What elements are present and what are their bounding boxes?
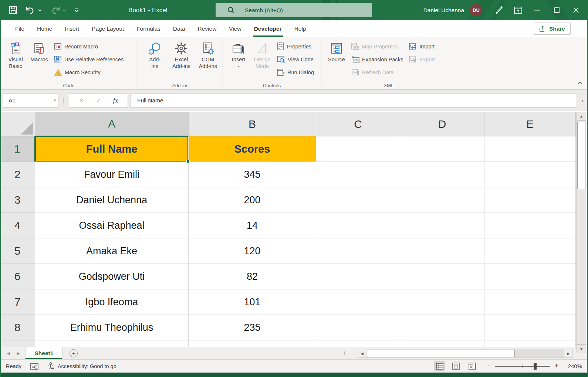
- row-header-1[interactable]: 1: [0, 136, 35, 162]
- tab-view[interactable]: View: [223, 20, 247, 37]
- cell-c2[interactable]: [316, 162, 400, 187]
- cell-d8[interactable]: [400, 315, 484, 340]
- row-header-7[interactable]: 7: [0, 289, 35, 315]
- cell-e2[interactable]: [484, 162, 576, 187]
- vertical-scrollbar[interactable]: ▲ ▼: [576, 112, 586, 353]
- fill-handle[interactable]: [186, 160, 190, 163]
- cell-b2[interactable]: 345: [189, 162, 316, 187]
- cell-b4[interactable]: 14: [189, 213, 316, 238]
- import-button[interactable]: Import: [408, 40, 435, 53]
- sheet-tab-sheet1[interactable]: Sheet1: [25, 347, 62, 359]
- zoom-slider[interactable]: [495, 363, 550, 370]
- cell-d3[interactable]: [400, 187, 484, 213]
- tab-data[interactable]: Data: [167, 20, 192, 37]
- tab-insert[interactable]: Insert: [58, 20, 85, 37]
- horizontal-scrollbar-track[interactable]: [366, 349, 564, 357]
- cell-partial[interactable]: [35, 340, 189, 347]
- cell-partial[interactable]: [316, 340, 400, 347]
- cell-partial[interactable]: [484, 340, 576, 347]
- search-input[interactable]: Search (Alt+Q): [216, 3, 372, 17]
- insert-control-button[interactable]: Insert ⌄: [227, 39, 250, 67]
- macros-button[interactable]: Macros: [27, 39, 51, 63]
- cell-b7[interactable]: 101: [189, 289, 316, 315]
- visual-basic-button[interactable]: Visual Basic: [4, 39, 27, 69]
- previous-sheet-button[interactable]: ◀: [7, 351, 10, 356]
- excel-add-ins-button[interactable]: Excel Add-ins: [169, 39, 193, 69]
- scroll-up-button[interactable]: ▲: [577, 112, 586, 120]
- cell-a4[interactable]: Ossai Rapheal: [35, 213, 189, 238]
- coming-soon-button[interactable]: [490, 0, 507, 20]
- cell-c5[interactable]: [316, 238, 400, 264]
- row-header-2[interactable]: 2: [0, 162, 35, 187]
- insert-function-button[interactable]: fx: [113, 96, 118, 105]
- minimize-button[interactable]: [529, 0, 546, 20]
- view-code-button[interactable]: View Code: [277, 53, 314, 66]
- save-button[interactable]: [7, 4, 20, 17]
- properties-button[interactable]: Properties: [277, 40, 314, 53]
- row-header-6[interactable]: 6: [0, 264, 35, 289]
- expand-formula-bar-button[interactable]: ▾: [577, 94, 588, 108]
- tab-developer[interactable]: Developer: [248, 20, 288, 37]
- formula-bar-resize-handle[interactable]: ⋮: [58, 97, 69, 104]
- normal-view-button[interactable]: [434, 361, 445, 371]
- avatar[interactable]: DU: [470, 4, 482, 16]
- cell-a7[interactable]: Igbo Ifeoma: [35, 289, 189, 315]
- close-button[interactable]: [567, 0, 584, 20]
- com-add-ins-button[interactable]: COM Add-ins: [196, 39, 220, 69]
- cell-d6[interactable]: [400, 264, 484, 289]
- scroll-right-button[interactable]: ▶: [564, 349, 572, 357]
- next-sheet-button[interactable]: ▶: [17, 351, 20, 356]
- macro-security-button[interactable]: Macro Security: [54, 66, 124, 79]
- tab-review[interactable]: Review: [192, 20, 223, 37]
- tab-page-layout[interactable]: Page Layout: [85, 20, 130, 37]
- cell-e6[interactable]: [484, 264, 576, 289]
- cell-b1[interactable]: Scores: [189, 136, 316, 162]
- collapse-ribbon-button[interactable]: [577, 80, 583, 86]
- add-ins-button[interactable]: Add- ins: [143, 39, 167, 69]
- zoom-slider-thumb[interactable]: [534, 363, 537, 370]
- scroll-down-button[interactable]: ▼: [577, 344, 586, 353]
- page-layout-view-button[interactable]: [450, 361, 462, 371]
- tab-home[interactable]: Home: [31, 20, 58, 37]
- row-header-5[interactable]: 5: [0, 238, 35, 264]
- redo-button[interactable]: [48, 4, 68, 17]
- column-header-e[interactable]: E: [484, 112, 576, 136]
- macro-recording-button[interactable]: [30, 363, 38, 370]
- page-break-preview-button[interactable]: [467, 361, 478, 371]
- row-header-3[interactable]: 3: [0, 187, 35, 213]
- cell-c8[interactable]: [316, 315, 400, 340]
- cell-e8[interactable]: [484, 315, 576, 340]
- cell-d4[interactable]: [400, 213, 484, 238]
- cell-c6[interactable]: [316, 264, 400, 289]
- zoom-level[interactable]: 240%: [564, 363, 582, 369]
- ribbon-display-options-button[interactable]: [510, 0, 527, 20]
- name-box-dropdown-arrow[interactable]: ▾: [54, 98, 56, 103]
- column-header-d[interactable]: D: [400, 112, 484, 136]
- cell-e1[interactable]: [484, 136, 576, 162]
- insert-dropdown-chevron[interactable]: ⌄: [237, 64, 240, 67]
- undo-button[interactable]: [23, 4, 44, 17]
- tab-scrollbar-splitter[interactable]: ⁞: [344, 347, 345, 359]
- row-header-8[interactable]: 8: [0, 315, 35, 340]
- cell-e5[interactable]: [484, 238, 576, 264]
- share-button[interactable]: Share: [534, 23, 571, 35]
- column-header-b[interactable]: B: [189, 112, 316, 136]
- tab-formulas[interactable]: Formulas: [130, 20, 167, 37]
- confirm-entry-button[interactable]: ✓: [96, 96, 101, 105]
- cell-b3[interactable]: 200: [189, 187, 316, 213]
- cell-a6[interactable]: Godspower Uti: [35, 264, 189, 289]
- cell-b6[interactable]: 82: [189, 264, 316, 289]
- cell-e7[interactable]: [484, 289, 576, 315]
- cell-a2[interactable]: Favour Emili: [35, 162, 189, 187]
- accessibility-status[interactable]: Accessibility: Good to go: [47, 362, 116, 370]
- scroll-left-button[interactable]: ◀: [358, 349, 366, 357]
- formula-input[interactable]: Full Name: [130, 94, 577, 108]
- cancel-entry-button[interactable]: ✕: [79, 96, 84, 105]
- cell-e3[interactable]: [484, 187, 576, 213]
- cell-partial[interactable]: [400, 340, 484, 347]
- zoom-out-button[interactable]: −: [486, 362, 491, 370]
- cell-d7[interactable]: [400, 289, 484, 315]
- name-box[interactable]: A1 ▾: [3, 94, 58, 108]
- cell-c3[interactable]: [316, 187, 400, 213]
- user-name[interactable]: Daniel Uchenna: [423, 7, 464, 14]
